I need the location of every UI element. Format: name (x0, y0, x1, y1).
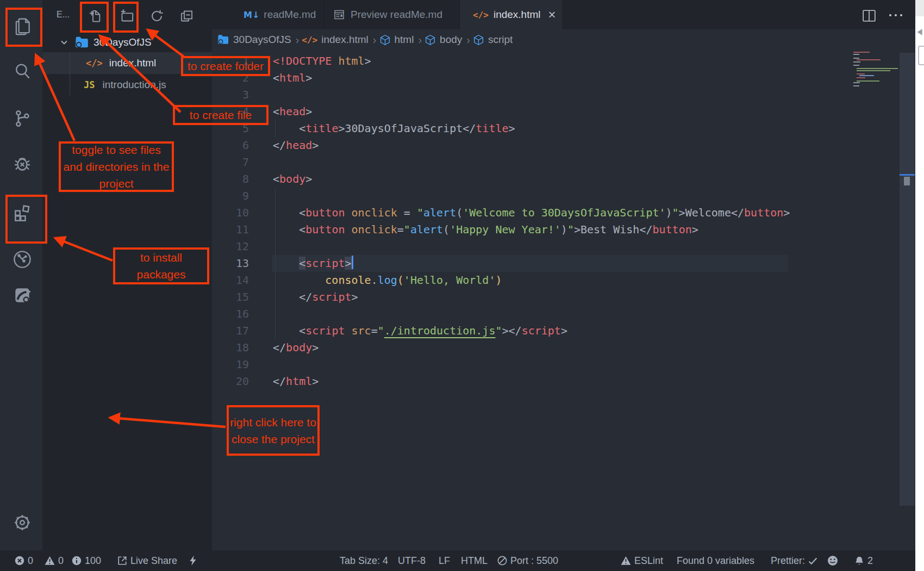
lightning-icon (189, 555, 197, 566)
code-token: button (305, 206, 345, 219)
encoding-indicator[interactable]: UTF-8 (398, 550, 426, 571)
breadcrumb-item[interactable]: body (440, 34, 462, 46)
code-token: > (509, 122, 515, 135)
notifications-bell[interactable]: 2 (854, 550, 873, 571)
code-token: title (476, 122, 508, 135)
live-share-button[interactable]: Live Share (117, 550, 177, 571)
line-number: 3 (212, 86, 249, 103)
eol-indicator[interactable]: LF (439, 550, 450, 571)
scrollbar-thumb[interactable] (904, 177, 910, 185)
tab-index-html-active[interactable]: </> index.html × (460, 0, 562, 29)
more-actions-icon[interactable] (888, 13, 904, 18)
tab-size-indicator[interactable]: Tab Size: 4 (340, 550, 388, 571)
code-token: ( (397, 274, 404, 287)
code-line-9[interactable]: 9 (212, 188, 915, 204)
code-token: </ (463, 122, 476, 135)
minimap-line (859, 75, 874, 76)
code-token: </ (273, 341, 286, 354)
tree-item-label: index.html (109, 57, 157, 69)
live-share-activity-icon[interactable] (12, 285, 33, 306)
code-line-18[interactable]: 18</body> (212, 339, 915, 356)
tab-readme-md[interactable]: M↓ readMe.md (212, 0, 324, 29)
code-line-14[interactable]: 14 console.log('Hello, World') (212, 272, 915, 289)
code-token (273, 274, 325, 287)
code-line-2[interactable]: 2<html> (212, 70, 915, 86)
code-token: 'Welcome to 30DaysOfJavaScript' (463, 206, 665, 219)
code-line-5[interactable]: 5 <title>30DaysOfJavaScript</title> (212, 120, 915, 137)
prettier-indicator[interactable]: Prettier: (771, 550, 817, 571)
code-line-8[interactable]: 8<body> (212, 171, 915, 188)
code-token: > (305, 71, 312, 84)
search-icon[interactable] (12, 61, 33, 82)
settings-gear-icon[interactable] (12, 512, 33, 533)
tree-item-label: introduction.js (102, 79, 166, 91)
code-line-20[interactable]: 20</html> (212, 373, 915, 390)
annotation-frame-new-file (80, 2, 109, 33)
code-token: " (378, 324, 384, 337)
code-token: > (783, 206, 790, 219)
code-editor[interactable]: 1<!DOCTYPE html>2<html>34<head>5 <title>… (212, 53, 915, 390)
lightning-button[interactable] (189, 550, 197, 571)
line-number: 11 (212, 221, 249, 238)
code-line-3[interactable]: 3 (212, 86, 915, 103)
code-token: 'Happy New Year!' (449, 223, 561, 236)
close-icon[interactable]: × (548, 8, 556, 21)
code-line-19[interactable]: 19 (212, 356, 915, 373)
code-line-7[interactable]: 7 (212, 154, 915, 171)
preview-icon (333, 8, 346, 21)
code-token: > (305, 105, 312, 118)
code-line-13[interactable]: 13 <script> (212, 255, 915, 272)
source-control-icon[interactable] (12, 108, 33, 129)
minimap-line (857, 77, 865, 78)
problems-info[interactable]: 100 (72, 550, 101, 571)
code-token: html (286, 375, 312, 388)
variables-indicator[interactable]: Found 0 variables (677, 550, 754, 571)
code-line-15[interactable]: 15 </script> (212, 289, 915, 306)
vscode-window: E... 30DaysOfJS </> index.html JS introd… (0, 0, 924, 571)
code-token: < (273, 223, 305, 236)
code-token: " (404, 223, 410, 236)
code-line-4[interactable]: 4<head> (212, 103, 915, 120)
back-arrow-icon (916, 28, 923, 36)
tab-preview-readme[interactable]: Preview readMe.md (324, 0, 460, 29)
scrollbar-track[interactable] (900, 53, 915, 506)
problems-errors[interactable]: 0 (15, 550, 33, 571)
code-token: alert (423, 206, 456, 219)
code-token: > (692, 223, 698, 236)
code-token: = (397, 223, 404, 236)
code-token: > (312, 375, 319, 388)
line-number: 18 (212, 339, 249, 356)
page-edge-widget (918, 46, 924, 65)
code-token: < (273, 71, 279, 84)
code-line-11[interactable]: 11 <button onclick="alert('Happy New Yea… (212, 221, 915, 238)
breadcrumb-item[interactable]: 30DaysOfJS (233, 34, 291, 46)
warning-icon (45, 556, 55, 566)
refresh-icon[interactable] (149, 9, 164, 23)
feedback-smiley[interactable] (827, 550, 838, 571)
code-token: </ (639, 223, 652, 236)
code-line-16[interactable]: 16 (212, 306, 915, 322)
breadcrumb-item[interactable]: index.html (321, 34, 369, 46)
line-number: 20 (212, 373, 249, 390)
code-line-12[interactable]: 12 (212, 238, 915, 255)
eslint-indicator[interactable]: ESLint (621, 550, 663, 571)
collapse-all-icon[interactable] (179, 9, 194, 23)
code-line-6[interactable]: 6</head> (212, 137, 915, 154)
language-indicator[interactable]: HTML (461, 550, 488, 571)
code-line-10[interactable]: 10 <button onclick = "alert('Welcome to … (212, 204, 915, 221)
breadcrumb-item[interactable]: script (488, 34, 513, 46)
code-token: body (286, 341, 312, 354)
code-line-1[interactable]: 1<!DOCTYPE html> (212, 53, 915, 70)
tree-root-folder[interactable]: 30DaysOfJS (42, 32, 212, 53)
breadcrumb-item[interactable]: html (395, 34, 414, 46)
code-token: onclick (345, 206, 397, 219)
code-line-17[interactable]: 17 <script src="./introduction.js"></scr… (212, 322, 915, 339)
debug-icon[interactable] (12, 153, 33, 174)
tree-item-introduction-js[interactable]: JS introduction.js (42, 74, 212, 96)
problems-warnings[interactable]: 0 (45, 550, 64, 571)
code-token: body (279, 172, 305, 185)
split-editor-icon[interactable] (862, 9, 876, 22)
port-indicator[interactable]: Port : 5500 (497, 550, 558, 571)
commit-graph-icon[interactable] (12, 249, 33, 270)
folder-icon (217, 34, 229, 45)
